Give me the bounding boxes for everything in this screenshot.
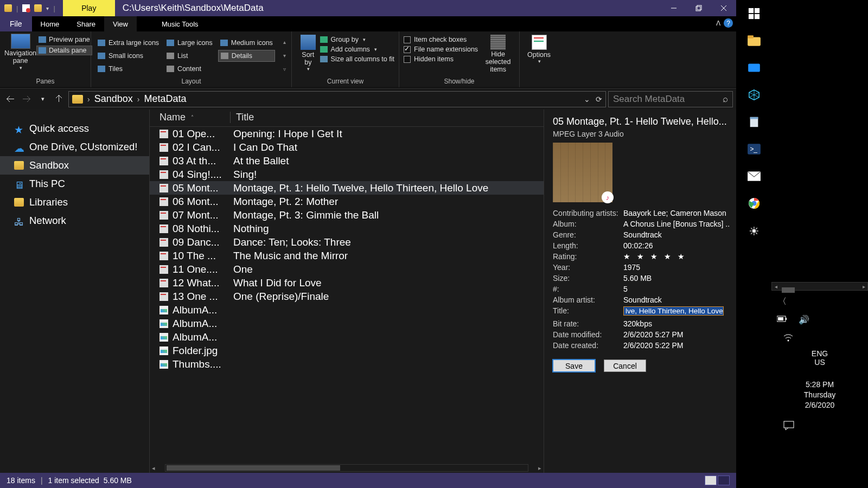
view-details-button[interactable] bbox=[705, 476, 717, 485]
breadcrumb-sandbox[interactable]: Sandbox bbox=[94, 93, 133, 105]
recent-locations-button[interactable]: ▾ bbox=[36, 92, 50, 107]
address-history-button[interactable]: ⌄ bbox=[584, 95, 590, 104]
tray-overflow-button[interactable]: 〈 bbox=[778, 296, 787, 307]
save-button[interactable]: Save bbox=[553, 359, 595, 372]
qat-properties-icon[interactable] bbox=[22, 4, 30, 12]
layout-expand[interactable]: ▿ bbox=[283, 66, 286, 72]
refresh-button[interactable]: ⟳ bbox=[596, 95, 602, 104]
layout-scroll-up[interactable]: ▴ bbox=[283, 39, 286, 45]
breadcrumb-sep[interactable]: › bbox=[87, 95, 90, 104]
options-button[interactable]: Options▾ bbox=[524, 34, 554, 78]
value-rating[interactable]: ★ ★ ★ ★ ★ bbox=[623, 252, 730, 261]
taskbar-notepad-icon[interactable] bbox=[747, 116, 761, 128]
file-row[interactable]: 10 The ...The Music and the Mirror bbox=[150, 249, 544, 262]
item-check-boxes-toggle[interactable]: Item check boxes bbox=[404, 36, 478, 43]
value-title-edit[interactable]: lve, Hello Thirteen, Hello Love bbox=[623, 306, 730, 317]
tree-libraries[interactable]: Libraries bbox=[0, 193, 149, 211]
value-track[interactable]: 5 bbox=[623, 285, 730, 293]
tree-network[interactable]: 🖧Network bbox=[0, 211, 149, 230]
tray-date[interactable]: 2/6/2020 bbox=[771, 400, 868, 410]
layout-scroll-down[interactable]: ▾ bbox=[283, 53, 286, 59]
file-row[interactable]: 07 Mont...Montage, Pt. 3: Gimmie the Bal… bbox=[150, 208, 544, 222]
tray-keyboard[interactable]: US bbox=[771, 358, 868, 367]
minimize-button[interactable] bbox=[661, 0, 686, 16]
taskbar-explorer-icon[interactable] bbox=[747, 35, 761, 47]
tray-action-center-icon[interactable] bbox=[783, 421, 794, 433]
file-row[interactable]: AlbumA... bbox=[150, 303, 544, 317]
qat-newfolder-icon[interactable] bbox=[34, 4, 42, 12]
column-title[interactable]: Title bbox=[236, 112, 254, 123]
file-row[interactable]: 06 Mont...Montage, Pt. 2: Mother bbox=[150, 195, 544, 208]
tray-volume-icon[interactable]: 🔊 bbox=[799, 314, 809, 325]
file-name-extensions-toggle[interactable]: File name extensions bbox=[404, 46, 478, 53]
add-columns-button[interactable]: Add columns▾ bbox=[320, 46, 394, 53]
value-genre[interactable]: Soundtrack bbox=[623, 230, 730, 239]
tab-home[interactable]: Home bbox=[32, 16, 68, 31]
file-row[interactable]: 01 Ope...Opening: I Hope I Get It bbox=[150, 127, 544, 140]
tab-music-tools[interactable]: Music Tools bbox=[153, 16, 207, 31]
collapse-ribbon-icon[interactable]: ᐱ bbox=[716, 20, 720, 27]
file-row[interactable]: 12 What...What I Did for Love bbox=[150, 276, 544, 290]
layout-large[interactable]: Large icons bbox=[164, 37, 215, 49]
layout-extra-large[interactable]: Extra large icons bbox=[95, 37, 161, 49]
maximize-button[interactable] bbox=[686, 0, 711, 16]
file-row[interactable]: Thumbs.... bbox=[150, 357, 544, 371]
scrollbar-thumb[interactable] bbox=[167, 465, 340, 471]
layout-details[interactable]: Details bbox=[218, 50, 275, 62]
taskbar-cube-icon[interactable] bbox=[747, 89, 761, 101]
preview-pane-button[interactable]: Preview pane bbox=[36, 35, 92, 44]
file-row[interactable]: AlbumA... bbox=[150, 330, 544, 344]
tab-file[interactable]: File bbox=[0, 16, 32, 31]
file-row[interactable]: 03 At th...At the Ballet bbox=[150, 154, 544, 168]
cancel-button[interactable]: Cancel bbox=[604, 359, 646, 372]
taskbar-chrome-icon[interactable] bbox=[747, 197, 761, 209]
scroll-right-icon[interactable]: ▸ bbox=[536, 465, 544, 472]
tray-battery-icon[interactable] bbox=[777, 314, 788, 325]
layout-content[interactable]: Content bbox=[164, 63, 215, 75]
details-pane-button[interactable]: Details pane bbox=[36, 46, 92, 55]
layout-small[interactable]: Small icons bbox=[95, 50, 161, 62]
value-artists[interactable]: Baayork Lee; Cameron Mason bbox=[623, 209, 730, 217]
file-row[interactable]: 04 Sing!....Sing! bbox=[150, 168, 544, 181]
back-button[interactable]: 🡠 bbox=[3, 92, 17, 107]
layout-list[interactable]: List bbox=[164, 50, 215, 62]
forward-button[interactable]: 🡢 bbox=[20, 92, 34, 107]
view-thumbnails-button[interactable] bbox=[718, 476, 730, 485]
value-album-artist[interactable]: Soundtrack bbox=[623, 296, 730, 304]
hidden-items-toggle[interactable]: Hidden items bbox=[404, 55, 478, 63]
tray-language[interactable]: ENG bbox=[771, 349, 868, 358]
address-bar[interactable]: › Sandbox › MetaData ⌄ ⟳ bbox=[68, 91, 606, 107]
file-row[interactable]: 13 One ...One (Reprise)/Finale bbox=[150, 290, 544, 303]
taskbar-settings-icon[interactable] bbox=[747, 62, 761, 74]
search-icon[interactable]: ⌕ bbox=[723, 94, 728, 105]
navigation-pane-button[interactable]: Navigation pane bbox=[4, 50, 36, 65]
column-name[interactable]: Name˄ bbox=[159, 112, 230, 123]
tray-time[interactable]: 5:28 PM bbox=[771, 380, 868, 390]
taskbar-brightness-icon[interactable]: ☀ bbox=[749, 224, 760, 239]
file-row[interactable]: 09 Danc...Dance: Ten; Looks: Three bbox=[150, 235, 544, 249]
file-row[interactable]: 02 I Can...I Can Do That bbox=[150, 140, 544, 154]
value-year[interactable]: 1975 bbox=[623, 263, 730, 272]
start-button[interactable] bbox=[747, 8, 761, 20]
taskbar-powershell-icon[interactable]: >_ bbox=[747, 143, 761, 155]
size-columns-button[interactable]: Size all columns to fit bbox=[320, 55, 394, 63]
tray-day[interactable]: Thursday bbox=[771, 390, 868, 400]
sort-by-button[interactable]: Sort by▾ bbox=[296, 34, 320, 78]
tray-scrollbar[interactable]: ◂▸ bbox=[771, 282, 868, 291]
group-by-button[interactable]: Group by▾ bbox=[320, 36, 394, 43]
context-tab-play[interactable]: Play bbox=[63, 0, 115, 16]
layout-tiles[interactable]: Tiles bbox=[95, 63, 161, 75]
tab-view[interactable]: View bbox=[104, 16, 137, 31]
tree-this-pc[interactable]: 🖥This PC bbox=[0, 175, 149, 193]
scroll-left-icon[interactable]: ◂ bbox=[150, 465, 157, 472]
hide-selected-button[interactable]: Hide selected items bbox=[481, 34, 515, 78]
breadcrumb-sep[interactable]: › bbox=[137, 95, 140, 104]
file-row[interactable]: 11 One....One bbox=[150, 262, 544, 276]
tray-wifi-icon[interactable] bbox=[783, 334, 793, 343]
qat-caret[interactable]: ▾ bbox=[46, 5, 49, 11]
file-row[interactable]: 08 Nothi...Nothing bbox=[150, 222, 544, 235]
tree-quick-access[interactable]: ★Quick access bbox=[0, 119, 149, 138]
up-button[interactable]: 🡡 bbox=[52, 92, 66, 107]
horizontal-scrollbar[interactable]: ◂ ▸ bbox=[150, 463, 544, 473]
taskbar-mail-icon[interactable] bbox=[747, 170, 761, 182]
